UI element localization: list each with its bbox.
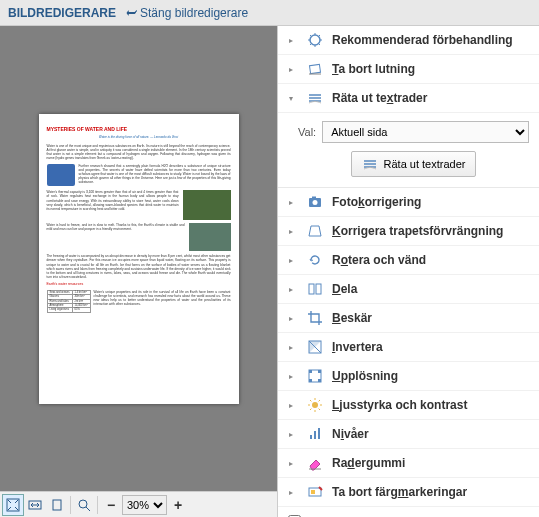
straighten-icon: [306, 89, 324, 107]
trapezoid-icon: [306, 222, 324, 240]
svg-rect-22: [311, 490, 315, 494]
tool-label: Korrigera trapetsförvrängning: [332, 224, 503, 238]
svg-point-17: [312, 402, 318, 408]
expand-handle-icon: ▸: [284, 372, 298, 381]
svg-rect-15: [309, 379, 312, 382]
expand-handle-icon: ▾: [284, 94, 298, 103]
tool-label: Ljusstyrka och kontrast: [332, 398, 467, 412]
app-title: BILDREDIGERARE: [8, 6, 116, 20]
preview-canvas[interactable]: MYSTERIES OF WATER AND LIFE Water is the…: [0, 26, 277, 491]
document-thumbnail: MYSTERIES OF WATER AND LIFE Water is the…: [39, 114, 239, 404]
svg-rect-5: [309, 64, 320, 73]
removecolor-icon: [306, 483, 324, 501]
tool-levels[interactable]: ▸Nivåer: [278, 420, 539, 449]
straighten-icon: [362, 156, 378, 172]
tool-photo[interactable]: ▸Fotokorrigering: [278, 188, 539, 217]
tool-label: Rotera och vänd: [332, 253, 426, 267]
svg-rect-2: [53, 500, 61, 510]
tool-brightness[interactable]: ▸Ljusstyrka och kontrast: [278, 391, 539, 420]
expand-handle-icon: ▸: [284, 198, 298, 207]
tool-label: Invertera: [332, 340, 383, 354]
levels-icon: [306, 425, 324, 443]
tool-eraser[interactable]: ▸Radergummi: [278, 449, 539, 478]
svg-point-3: [79, 500, 87, 508]
tool-removecolor[interactable]: ▸Ta bort färgmarkeringar: [278, 478, 539, 507]
tool-label: Räta ut textrader: [332, 91, 427, 105]
zoom-in-button[interactable]: +: [167, 494, 189, 516]
photo-icon: [306, 193, 324, 211]
recommended-icon: [306, 31, 324, 49]
selection-label: Val:: [298, 126, 316, 138]
tool-resolution[interactable]: ▸Upplösning: [278, 362, 539, 391]
crop-icon: [306, 309, 324, 327]
tool-label: Upplösning: [332, 369, 398, 383]
split-icon: [306, 280, 324, 298]
rotate-icon: [306, 251, 324, 269]
tool-crop[interactable]: ▸Beskär: [278, 304, 539, 333]
svg-rect-14: [318, 370, 321, 373]
tool-recommended[interactable]: ▸Rekommenderad förbehandling: [278, 26, 539, 55]
svg-point-4: [310, 35, 320, 45]
close-editor-button[interactable]: ⮨ Stäng bildredigerare: [126, 6, 248, 20]
tools-sidebar: ▸Rekommenderad förbehandling▸Ta bort lut…: [278, 26, 539, 517]
expand-handle-icon: ▸: [284, 401, 298, 410]
close-editor-label: Stäng bildredigerare: [140, 6, 248, 20]
expand-handle-icon: ▸: [284, 227, 298, 236]
zoom-select[interactable]: 30%: [122, 495, 167, 515]
zoom-to-selection-icon[interactable]: [73, 494, 95, 516]
expand-handle-icon: ▸: [284, 343, 298, 352]
zoom-out-button[interactable]: −: [100, 494, 122, 516]
tool-label: Ta bort lutning: [332, 62, 415, 76]
tool-label: Nivåer: [332, 427, 369, 441]
svg-rect-19: [314, 431, 316, 439]
expand-handle-icon: ▸: [284, 488, 298, 497]
tool-label: Rekommenderad förbehandling: [332, 33, 513, 47]
svg-rect-8: [312, 197, 316, 199]
fit-width-icon[interactable]: [24, 494, 46, 516]
eraser-icon: [306, 454, 324, 472]
straighten-apply-button[interactable]: Räta ut textrader: [351, 151, 477, 177]
tool-straighten[interactable]: ▾Räta ut textrader: [278, 84, 539, 113]
tool-rotate[interactable]: ▸Rotera och vänd: [278, 246, 539, 275]
tool-invert[interactable]: ▸Invertera: [278, 333, 539, 362]
tool-split[interactable]: ▸Dela: [278, 275, 539, 304]
tool-label: Dela: [332, 282, 357, 296]
expand-handle-icon: ▸: [284, 256, 298, 265]
zoom-toolbar: − 30% +: [0, 491, 277, 517]
svg-rect-13: [309, 370, 312, 373]
expand-handle-icon: ▸: [284, 36, 298, 45]
svg-rect-16: [318, 379, 321, 382]
preview-panel: MYSTERIES OF WATER AND LIFE Water is the…: [0, 26, 278, 517]
fit-page-icon[interactable]: [2, 494, 24, 516]
deskew-icon: [306, 60, 324, 78]
tool-label: Beskär: [332, 311, 372, 325]
page-select[interactable]: Aktuell sida: [322, 121, 529, 143]
back-arrow-icon: ⮨: [126, 7, 137, 19]
expand-handle-icon: ▸: [284, 285, 298, 294]
expand-handle-icon: ▸: [284, 314, 298, 323]
brightness-icon: [306, 396, 324, 414]
straighten-apply-label: Räta ut textrader: [384, 158, 466, 170]
tool-label: Fotokorrigering: [332, 195, 421, 209]
svg-rect-9: [309, 284, 314, 294]
svg-rect-20: [318, 428, 320, 439]
tool-label: Radergummi: [332, 456, 405, 470]
tool-trapezoid[interactable]: ▸Korrigera trapetsförvrängning: [278, 217, 539, 246]
svg-rect-10: [316, 284, 321, 294]
expand-handle-icon: ▸: [284, 459, 298, 468]
straighten-panel: Val:Aktuell sidaRäta ut textrader: [278, 113, 539, 188]
resolution-icon: [306, 367, 324, 385]
svg-point-7: [313, 200, 318, 205]
invert-icon: [306, 338, 324, 356]
tool-label: Ta bort färgmarkeringar: [332, 485, 467, 499]
tool-deskew[interactable]: ▸Ta bort lutning: [278, 55, 539, 84]
actual-size-icon[interactable]: [46, 494, 68, 516]
svg-rect-18: [310, 435, 312, 439]
expand-handle-icon: ▸: [284, 430, 298, 439]
expand-handle-icon: ▸: [284, 65, 298, 74]
